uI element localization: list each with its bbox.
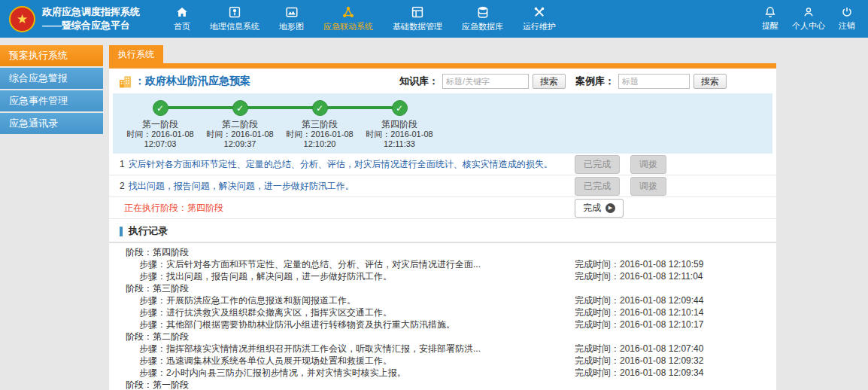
allocate-button[interactable]: 调拨 (630, 177, 666, 196)
record-step-row: 步骤：其他部门根据需要协助林业防汛小组进行转移物资及执行重大防汛措施。 完成时间… (109, 318, 776, 331)
action-label: 提醒 (762, 20, 778, 32)
record-step-time: 完成时间：2016-01-08 12:09:34 (575, 367, 776, 379)
record-stage-row: 阶段：第三阶段 (109, 282, 776, 294)
nav-label: 地形图 (279, 21, 304, 32)
sidebar-item-plan-execution[interactable]: 预案执行系统 (0, 45, 103, 66)
stage-time: 12:09:37 (200, 139, 280, 149)
sidebar-item-contacts[interactable]: 应急通讯录 (0, 113, 103, 134)
record-step-row: 步骤：开展防洪应急工作的信息报送和新闻报道工作。 完成时间：2016-01-08… (109, 294, 776, 306)
terrain-map-icon (285, 5, 299, 19)
logout-button[interactable]: 注销 (832, 0, 862, 38)
nav-basic-data[interactable]: 基础数据管理 (383, 0, 452, 38)
stage-name: 第二阶段 (200, 119, 280, 129)
stage-name: 第一阶段 (120, 119, 200, 129)
record-step-text: 步骤：开展防洪应急工作的信息报送和新闻报道工作。 (109, 295, 575, 306)
linkage-network-icon (341, 5, 355, 19)
nav-gis[interactable]: 地理信息系统 (200, 0, 269, 38)
stage-time: 12:10:20 (280, 139, 360, 149)
nav-emergency-database[interactable]: 应急数据库 (452, 0, 513, 38)
record-group: 阶段：第三阶段 步骤：开展防洪应急工作的信息报送和新闻报道工作。 完成时间：20… (109, 282, 776, 331)
knowledge-search-input[interactable] (442, 74, 529, 89)
record-step-text: 步骤：2小时内向县三防办汇报初步情况，并对灾情实时核实上报。 (109, 367, 575, 379)
building-icon (118, 75, 132, 89)
sidebar-item-event-management[interactable]: 应急事件管理 (0, 90, 103, 111)
sidebar-item-label: 预案执行系统 (9, 49, 68, 62)
check-circle-icon: ✓ (392, 100, 408, 116)
reminder-button[interactable]: 提醒 (755, 0, 785, 38)
record-step-time: 完成时间：2016-01-08 12:10:59 (575, 259, 776, 270)
brand-text: 政府应急调度指挥系统 ——暨综合应急平台 (42, 5, 140, 32)
person-icon (803, 6, 815, 18)
stage-time: 12:11:33 (360, 139, 439, 149)
nav-maintenance[interactable]: 运行维护 (513, 0, 566, 38)
records-title: 执行记录 (129, 224, 168, 238)
sidebar-item-label: 综合应急警报 (9, 72, 68, 85)
nav-label: 应急数据库 (462, 21, 503, 32)
case-search-button[interactable]: 搜索 (693, 74, 727, 89)
record-step-time: 完成时间：2016-01-08 12:09:32 (575, 355, 776, 367)
top-header: ★ 政府应急调度指挥系统 ——暨综合应急平台 首页 地理信息系统 地形图 应急联… (0, 0, 868, 38)
stage-name: 第四阶段 (360, 119, 439, 129)
tab-execution-system[interactable]: 执行系统 (109, 45, 163, 63)
record-step-row: 步骤：迅速调集林业系统各单位人员展开现场处置和救援工作。 完成时间：2016-0… (109, 355, 776, 367)
record-group: 阶段：第二阶段 步骤：指挥部核实灾情情况并组织召开防洪工作会议，听取灾情汇报，安… (109, 331, 776, 379)
knowledge-base-label: 知识库： (399, 75, 439, 88)
content-panel: ：政府林业防汛应急预案 知识库： 搜索 案例库： 搜索 ✓ 第一阶段 (109, 69, 776, 390)
nav-home[interactable]: 首页 (164, 0, 200, 38)
finish-play-icon: ▶ (605, 203, 615, 213)
finish-button[interactable]: 完成 ▶ (575, 199, 624, 218)
completed-button[interactable]: 已完成 (575, 177, 620, 196)
record-step-row: 步骤：指挥部核实灾情情况并组织召开防洪工作会议，听取灾情汇报，安排部署防洪...… (109, 343, 776, 355)
nav-terrain[interactable]: 地形图 (269, 0, 314, 38)
case-base-label: 案例库： (575, 75, 615, 88)
record-steps: 步骤：灾后针对各方面和环节定性、定量的总结、分析、评估，对灾后情况进行全面...… (109, 258, 776, 282)
record-step-row: 步骤：进行抗洪救灾及组织群众撤离灾区，指挥灾区交通工作。 完成时间：2016-0… (109, 306, 776, 318)
record-stage-row: 阶段：第二阶段 (109, 331, 776, 343)
task-number: 1 (120, 159, 125, 169)
record-step-time: 完成时间：2016-01-08 12:11:04 (575, 271, 776, 282)
personal-center-button[interactable]: 个人中心 (785, 0, 832, 38)
stage-stepper: ✓ 第一阶段 时间：2016-01-08 12:07:03 ✓ 第二阶段 时间：… (113, 93, 772, 154)
brand: ★ 政府应急调度指挥系统 ——暨综合应急平台 (0, 0, 164, 38)
record-step-time: 完成时间：2016-01-08 12:09:44 (575, 295, 776, 306)
gis-map-icon (228, 5, 241, 19)
completed-button[interactable]: 已完成 (575, 155, 620, 174)
plan-title-link[interactable]: ：政府林业防汛应急预案 (135, 75, 250, 88)
database-icon (476, 5, 490, 19)
record-step-time: 完成时间：2016-01-08 12:10:14 (575, 307, 776, 318)
bell-icon (764, 6, 776, 18)
stage-time: 12:07:03 (120, 139, 200, 149)
nav-emergency-linkage[interactable]: 应急联动系统 (314, 0, 383, 38)
records-header: 执行记录 (109, 219, 776, 243)
record-step-text: 步骤：指挥部核实灾情情况并组织召开防洪工作会议，听取灾情汇报，安排部署防洪... (109, 343, 575, 355)
knowledge-search-button[interactable]: 搜索 (533, 74, 566, 89)
check-circle-icon: ✓ (232, 100, 248, 116)
stage-date: 时间：2016-01-08 (360, 129, 439, 139)
search-row: 知识库： 搜索 案例库： 搜索 (399, 74, 727, 89)
task-number: 2 (120, 181, 125, 191)
task-buttons: 已完成 调拨 (575, 177, 776, 196)
app-subtitle: ——暨综合应急平台 (42, 19, 140, 32)
nav-label: 运行维护 (523, 21, 556, 32)
finish-button-label: 完成 (583, 202, 601, 215)
record-step-text: 步骤：灾后针对各方面和环节定性、定量的总结、分析、评估，对灾后情况进行全面... (109, 259, 575, 270)
record-step-text: 步骤：迅速调集林业系统各单位人员展开现场处置和救援工作。 (109, 355, 575, 367)
record-step-text: 步骤：其他部门根据需要协助林业防汛小组进行转移物资及执行重大防汛措施。 (109, 319, 575, 331)
record-step-time: 完成时间：2016-01-08 12:10:17 (575, 319, 776, 331)
action-label: 注销 (839, 20, 855, 32)
allocate-button[interactable]: 调拨 (630, 155, 666, 174)
sidebar-item-emergency-alarm[interactable]: 综合应急警报 (0, 68, 103, 89)
task-description-link[interactable]: 灾后针对各方面和环节定性、定量的总结、分析、评估，对灾后情况进行全面统计、核实灾… (129, 158, 575, 171)
check-circle-icon: ✓ (153, 100, 168, 116)
record-steps: 步骤：指挥部核实灾情情况并组织召开防洪工作会议，听取灾情汇报，安排部署防洪...… (109, 343, 776, 379)
check-circle-icon: ✓ (312, 100, 328, 116)
nav-label: 首页 (174, 21, 190, 32)
sidebar: 预案执行系统 综合应急警报 应急事件管理 应急通讯录 (0, 45, 103, 390)
case-search-input[interactable] (618, 74, 690, 89)
task-description-link[interactable]: 找出问题，报告问题，解决问题，进一步做好防汛工作。 (129, 180, 575, 193)
record-step-row: 步骤：灾后针对各方面和环节定性、定量的总结、分析、评估，对灾后情况进行全面...… (109, 258, 776, 270)
records-accent-bar (120, 227, 123, 236)
maintenance-tools-icon (533, 5, 546, 19)
power-icon (841, 6, 853, 18)
records-list: 阶段：第四阶段 步骤：灾后针对各方面和环节定性、定量的总结、分析、评估，对灾后情… (109, 243, 776, 390)
